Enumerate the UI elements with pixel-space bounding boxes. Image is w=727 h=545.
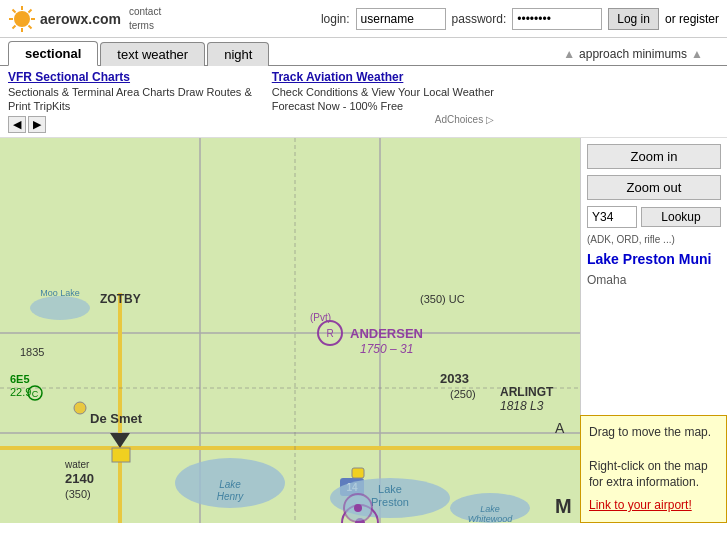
zoom-in-button[interactable]: Zoom in — [587, 144, 721, 169]
tooltip-line1: Drag to move the map. — [589, 424, 718, 441]
ad-right: Track Aviation Weather Check Conditions … — [272, 70, 494, 133]
svg-text:C: C — [32, 389, 39, 399]
svg-line-7 — [29, 9, 32, 12]
right-panel: Zoom in Zoom out Lookup (ADK, ORD, rifle… — [580, 138, 727, 523]
ad-next-button[interactable]: ▶ — [28, 116, 46, 133]
svg-text:Henry: Henry — [217, 491, 245, 502]
svg-text:R: R — [326, 328, 333, 339]
tooltip-line2: Right-click on the map for extra informa… — [589, 458, 718, 492]
header: aerowx.com contact terms login: password… — [0, 0, 727, 38]
logo-text[interactable]: aerowx.com — [40, 11, 121, 27]
svg-text:6E5: 6E5 — [10, 373, 30, 385]
login-label: login: — [321, 12, 350, 26]
tab-approach[interactable]: ▲ approach minimums ▲ — [547, 43, 719, 65]
ad-choices: AdChoices ▷ — [435, 114, 494, 125]
map-svg[interactable]: 14 Lake Henry Lake Preston Lake Whitewoo… — [0, 138, 580, 523]
svg-text:Whitewood: Whitewood — [468, 514, 514, 523]
terms-link[interactable]: terms — [129, 19, 161, 33]
login-button[interactable]: Log in — [608, 8, 659, 30]
svg-text:Preston: Preston — [371, 496, 409, 508]
map-container[interactable]: 14 Lake Henry Lake Preston Lake Whitewoo… — [0, 138, 580, 523]
svg-text:(250): (250) — [450, 388, 476, 400]
ad-nav: ◀ ▶ — [8, 116, 252, 133]
airport-code-input[interactable] — [587, 206, 637, 228]
tab-text-weather[interactable]: text weather — [100, 42, 205, 66]
svg-text:Lake: Lake — [480, 504, 500, 514]
svg-text:(350) UC: (350) UC — [420, 293, 465, 305]
svg-rect-67 — [352, 468, 364, 478]
contact-terms: contact terms — [129, 5, 161, 33]
svg-text:2033: 2033 — [440, 371, 469, 386]
lookup-hint: (ADK, ORD, rifle ...) — [587, 234, 721, 245]
svg-text:ZOTBY: ZOTBY — [100, 292, 141, 306]
airport-name[interactable]: Lake Preston Muni — [587, 251, 721, 267]
svg-text:Moo Lake: Moo Lake — [40, 288, 80, 298]
svg-line-6 — [29, 25, 32, 28]
lookup-row: Lookup — [587, 206, 721, 228]
contact-link[interactable]: contact — [129, 5, 161, 19]
nav-tabs: sectional text weather night ▲ approach … — [0, 38, 727, 66]
password-input[interactable] — [512, 8, 602, 30]
svg-text:Lake: Lake — [378, 483, 402, 495]
svg-text:2140: 2140 — [65, 471, 94, 486]
ad-right-line1: Check Conditions & View Your Local Weath… — [272, 86, 494, 98]
password-label: password: — [452, 12, 507, 26]
svg-text:De Smet: De Smet — [90, 411, 143, 426]
svg-text:ANDERSEN: ANDERSEN — [350, 326, 423, 341]
svg-point-29 — [30, 296, 90, 320]
svg-text:M: M — [555, 495, 572, 517]
tab-sectional[interactable]: sectional — [8, 41, 98, 66]
ad-left-line2: Print TripKits — [8, 100, 252, 112]
tooltip-airport-link[interactable]: Link to your airport! — [589, 497, 718, 514]
ad-right-line2: Forecast Now - 100% Free — [272, 100, 494, 112]
svg-text:water: water — [64, 459, 90, 470]
svg-text:1835: 1835 — [20, 346, 44, 358]
svg-rect-66 — [112, 448, 130, 462]
or-register: or register — [665, 12, 719, 26]
zoom-out-button[interactable]: Zoom out — [587, 175, 721, 200]
ad-left: VFR Sectional Charts Sectionals & Termin… — [8, 70, 252, 133]
ad-banner: VFR Sectional Charts Sectionals & Termin… — [0, 66, 727, 138]
svg-point-31 — [74, 402, 86, 414]
main-area: 14 Lake Henry Lake Preston Lake Whitewoo… — [0, 138, 727, 523]
logo-area: aerowx.com — [8, 5, 121, 33]
svg-point-0 — [14, 11, 30, 27]
tab-night[interactable]: night — [207, 42, 269, 66]
svg-text:Lake: Lake — [219, 479, 241, 490]
ad-left-line1: Sectionals & Terminal Area Charts Draw R… — [8, 86, 252, 98]
svg-text:1818 L3: 1818 L3 — [500, 399, 544, 413]
ad-prev-button[interactable]: ◀ — [8, 116, 26, 133]
svg-text:(Pvt): (Pvt) — [310, 312, 331, 323]
svg-text:1750 – 31: 1750 – 31 — [360, 342, 413, 356]
track-weather-link[interactable]: Track Aviation Weather — [272, 70, 494, 84]
lookup-button[interactable]: Lookup — [641, 207, 721, 227]
svg-line-8 — [13, 25, 16, 28]
svg-line-5 — [13, 9, 16, 12]
airport-region: Omaha — [587, 273, 721, 287]
username-input[interactable] — [356, 8, 446, 30]
svg-text:ARLINGT: ARLINGT — [500, 385, 554, 399]
sun-logo-icon — [8, 5, 36, 33]
vfr-charts-link[interactable]: VFR Sectional Charts — [8, 70, 252, 84]
svg-point-58 — [354, 504, 362, 512]
svg-text:(350): (350) — [65, 488, 91, 500]
login-area: login: password: Log in or register — [321, 8, 719, 30]
map-tooltip: Drag to move the map. Right-click on the… — [580, 415, 727, 523]
svg-text:A: A — [555, 420, 565, 436]
